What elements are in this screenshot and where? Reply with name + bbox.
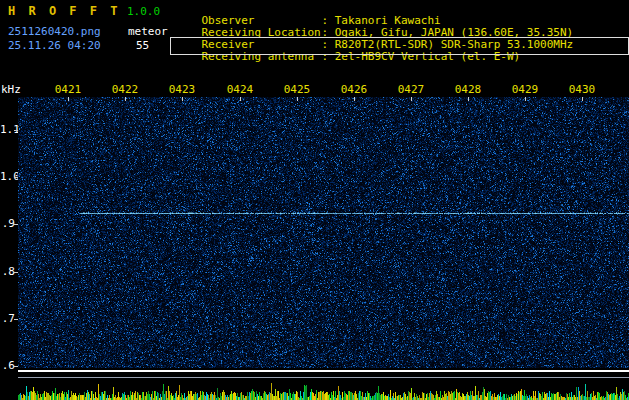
time-axis-label: 0425 [283, 84, 311, 95]
app-title: H R O F F T [8, 5, 120, 17]
freq-axis-unit: kHz [1, 84, 21, 95]
time-axis-label: 0424 [226, 84, 254, 95]
time-axis-label: 0427 [397, 84, 425, 95]
app-version-label: 1.0.0 [127, 6, 160, 17]
freq-tick [14, 366, 18, 367]
observation-mode-label: meteor [128, 26, 168, 37]
output-filename: 2511260420.png [8, 26, 101, 37]
freq-tick [14, 272, 18, 273]
time-axis-label: 0428 [454, 84, 482, 95]
time-tick [125, 97, 126, 101]
freq-axis-label: .8 [0, 266, 15, 277]
freq-axis-label: .9 [0, 218, 15, 229]
time-axis-label: 0422 [111, 84, 139, 95]
time-tick [525, 97, 526, 101]
freq-tick [14, 130, 18, 131]
time-tick [354, 97, 355, 101]
freq-tick [14, 224, 18, 225]
observation-timestamp: 25.11.26 04:20 [8, 40, 101, 51]
freq-tick [14, 177, 18, 178]
hrofft-window: H R O F F T 1.0.0 2511260420.png meteor … [0, 0, 629, 400]
antenna-row-outline [170, 37, 629, 55]
time-axis-label: 0429 [511, 84, 539, 95]
time-axis-label: 0426 [340, 84, 368, 95]
spectrogram-canvas [18, 97, 629, 368]
freq-axis-label: .7 [0, 313, 15, 324]
time-tick [411, 97, 412, 101]
time-axis-label: 0421 [54, 84, 82, 95]
level-secondary-line [18, 377, 629, 378]
time-tick [240, 97, 241, 101]
time-tick [297, 97, 298, 101]
echo-count: 55 [136, 40, 149, 51]
signal-level-canvas [18, 380, 629, 400]
freq-axis-label: .6 [0, 360, 15, 371]
time-tick [68, 97, 69, 101]
time-tick [582, 97, 583, 101]
time-axis-label: 0430 [568, 84, 596, 95]
time-tick [468, 97, 469, 101]
time-tick [182, 97, 183, 101]
freq-axis-label: 1.1 [0, 124, 15, 135]
level-baseline-line [18, 370, 629, 372]
freq-tick [14, 319, 18, 320]
time-axis-label: 0423 [168, 84, 196, 95]
freq-axis-label: 1.0 [0, 171, 15, 182]
